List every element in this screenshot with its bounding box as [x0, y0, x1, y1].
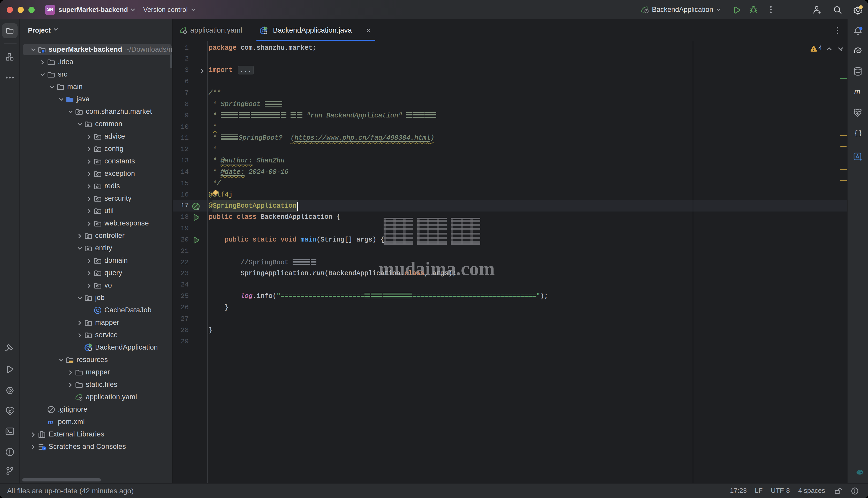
- svg-text:m: m: [48, 418, 53, 426]
- svg-text:C: C: [96, 308, 99, 313]
